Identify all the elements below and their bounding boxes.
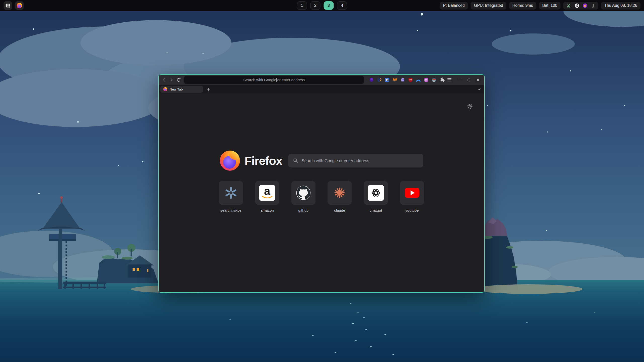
nordvpn-extension-icon[interactable] [416,77,421,83]
bluetooth-icon[interactable] [575,3,579,8]
metamask-extension-icon[interactable] [392,77,398,83]
firefox-window: uO [158,74,485,293]
firefox-logo [220,151,240,171]
workspace-2[interactable]: 2 [310,1,320,10]
hamburger-menu-button[interactable] [447,76,453,83]
shortcut-amazon[interactable]: a github amazon [255,181,279,212]
topbar-right-cluster: P: Balanced GPU: Integrated Home: 9ms Ba… [440,2,640,10]
privacy-mask-extension-icon[interactable] [431,77,437,83]
tab-favicon-firefox [163,87,167,91]
flame-icon[interactable] [583,3,587,8]
ping-pill[interactable]: Home: 9ms [509,2,536,10]
svg-text:uO: uO [410,79,412,81]
nixos-snowflake-icon [224,186,238,200]
shortcut-github[interactable]: github [291,181,315,212]
gpu-pill[interactable]: GPU: Integrated [471,2,506,10]
claude-starburst-icon [333,186,346,200]
topbar-left-cluster [4,1,24,10]
firefox-icon [17,3,22,8]
shield-lock-extension-icon[interactable] [384,77,390,83]
window-controls [456,76,482,84]
app-launcher-button[interactable] [4,1,12,10]
app-grid-icon [5,3,11,8]
workspace-3-active[interactable]: 3 [324,1,334,10]
search-icon [293,158,298,163]
minimize-button[interactable] [456,76,464,84]
system-topbar: 1 2 3 4 P: Balanced GPU: Integrated Home… [0,0,644,11]
ghostery-extension-icon[interactable] [400,77,406,83]
hero-row: Firefox [220,151,423,171]
tab-strip: New Tab [159,85,484,94]
tab-new-tab[interactable]: New Tab [160,86,203,93]
extensions-puzzle-button[interactable] [439,76,445,83]
newtab-search-bar[interactable] [288,154,423,167]
shortcut-youtube[interactable]: youtube [400,181,424,212]
extension-toolbar: uO [369,77,437,83]
back-button[interactable] [161,76,167,83]
firefox-wordmark: Firefox [245,154,282,168]
phone-icon[interactable] [591,3,595,8]
moon-extension-icon[interactable] [377,77,382,83]
tab-overflow-chevron-button[interactable] [476,86,483,93]
urlbar-input[interactable] [184,76,364,84]
tab-title: New Tab [170,87,183,91]
ublock-origin-extension-icon[interactable]: uO [408,77,413,83]
workspace-switcher: 1 2 3 4 [297,1,347,10]
firefox-brand: Firefox [220,151,282,171]
shortcut-claude[interactable]: claude [328,181,352,212]
github-octocat-icon [296,185,311,201]
shortcut-search-nixos[interactable]: search.nixos [219,181,243,212]
maximize-button[interactable] [465,76,473,84]
layers-extension-icon[interactable] [369,77,374,83]
clock-pill[interactable]: Thu Aug 08, 18:26 [601,2,640,10]
power-profile-pill[interactable]: P: Balanced [440,2,468,10]
amazon-icon: a [259,185,275,201]
urlbar[interactable] [184,76,364,84]
text-caret [276,78,277,82]
forward-button[interactable] [168,76,174,83]
new-tab-button[interactable] [205,86,212,93]
scissors-icon[interactable] [567,3,571,8]
system-tray [563,2,598,10]
shortcuts-row: search.nixos a github amazon [219,181,424,212]
newtab-search-input[interactable] [302,158,419,163]
youtube-play-icon [405,188,419,198]
workspace-4[interactable]: 4 [337,1,347,10]
reload-button[interactable] [176,76,182,83]
firefox-dock-button[interactable] [15,1,24,10]
browser-toolbar: uO [159,75,484,85]
newtab-page: Firefox [159,94,484,292]
close-button[interactable] [474,76,482,84]
cube-snowflake-extension-icon[interactable] [423,77,429,83]
shortcut-chatgpt[interactable]: chatgpt [364,181,388,212]
battery-pill[interactable]: Bat: 100 [539,2,561,10]
workspace-1[interactable]: 1 [297,1,307,10]
openai-knot-icon [368,185,384,201]
